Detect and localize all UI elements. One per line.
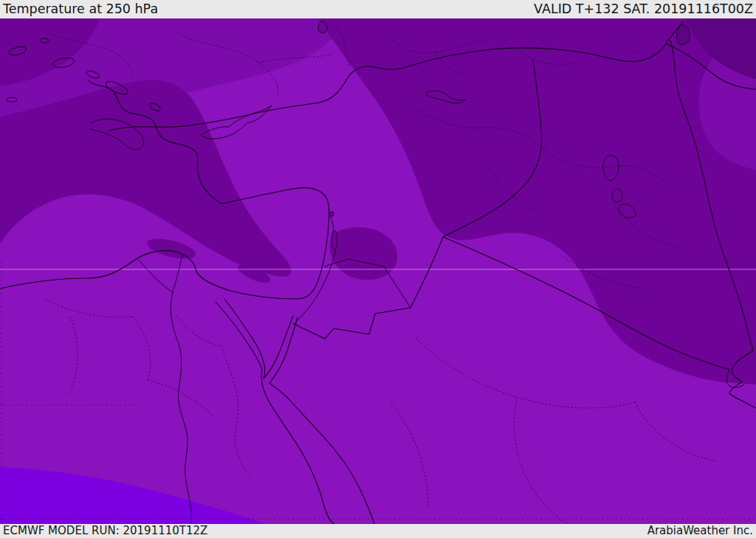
model-run-label: ECMWF MODEL RUN: 20191110T12Z [3, 524, 207, 538]
provider-label: ArabiaWeather Inc. [647, 524, 753, 538]
page-title: Temperature at 250 hPa [3, 0, 158, 18]
footer-bar: ECMWF MODEL RUN: 20191110T12Z ArabiaWeat… [0, 524, 756, 538]
lake-razzaza [612, 189, 622, 202]
weather-map-svg [0, 18, 756, 524]
sea-of-galilee [329, 212, 334, 216]
dead-sea [331, 230, 337, 249]
lake-tuz [318, 21, 327, 33]
header-bar: Temperature at 250 hPa VALID T+132 SAT. … [0, 0, 756, 18]
weather-map-screen: Temperature at 250 hPa VALID T+132 SAT. … [0, 0, 756, 538]
valid-time-label: VALID T+132 SAT. 20191116T00Z [534, 0, 753, 18]
map-area [0, 18, 756, 524]
